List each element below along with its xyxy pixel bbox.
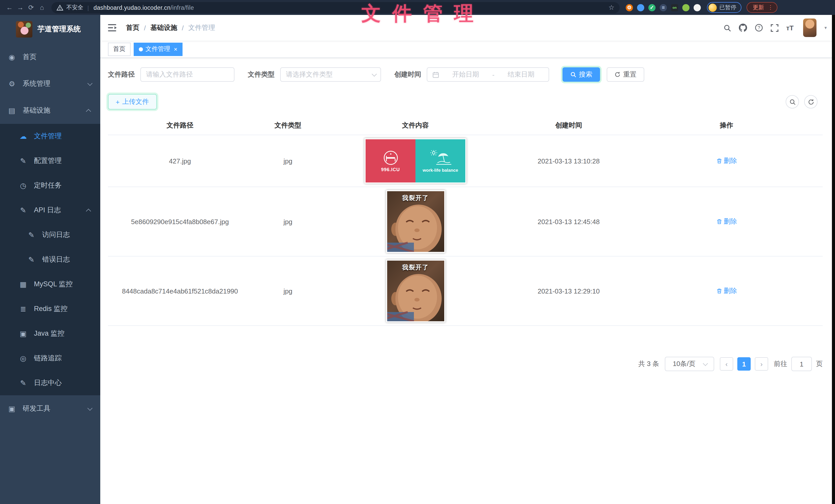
sidebar-item-java[interactable]: ▣Java 监控	[0, 321, 100, 346]
file-type-cell: jpg	[252, 287, 324, 295]
chevron-down-icon	[87, 81, 93, 86]
sidebar-item-access-log[interactable]: ✎访问日志	[0, 223, 100, 247]
sidebar-item-mysql[interactable]: ▦MySQL 监控	[0, 272, 100, 297]
tab-file-management[interactable]: 文件管理×	[134, 42, 183, 56]
sidebar-item-error-log[interactable]: ✎错误日志	[0, 247, 100, 272]
search-icon	[570, 71, 576, 78]
sidebar-item-redis[interactable]: ≣Redis 监控	[0, 297, 100, 321]
file-type-cell: jpg	[252, 157, 324, 165]
security-label[interactable]: 不安全	[66, 4, 83, 11]
help-icon[interactable]: ?	[755, 24, 763, 32]
file-path-input[interactable]: 请输入文件路径	[140, 67, 235, 82]
column-header: 文件内容	[324, 121, 507, 130]
beach-umbrella-icon	[429, 149, 452, 166]
reload-icon[interactable]: ⟳	[26, 0, 37, 15]
sidebar-item-label: Java 监控	[34, 329, 64, 338]
update-button[interactable]: 更新 ⋮	[747, 2, 777, 13]
extension-on-switch-icon[interactable]: on	[671, 4, 678, 11]
sidebar-item-log-center[interactable]: ✎日志中心	[0, 371, 100, 395]
column-header: 文件路径	[108, 121, 252, 130]
eye-icon: ◎	[19, 354, 28, 362]
reset-button[interactable]: 重置	[607, 67, 644, 82]
forward-icon[interactable]: →	[15, 0, 26, 15]
dashboard-icon: ◉	[7, 53, 17, 61]
extension-puzzle-icon[interactable]	[694, 4, 701, 11]
gear-icon: ⚙	[7, 80, 17, 88]
page-size-select[interactable]: 10条/页	[665, 357, 714, 371]
file-preview-baby-meme[interactable]: 我裂开了	[386, 190, 445, 253]
sidebar-item-job[interactable]: ◷定时任务	[0, 173, 100, 198]
goto-page-input[interactable]: 1	[791, 357, 812, 371]
delete-label: 删除	[724, 156, 737, 166]
file-type-select[interactable]: 请选择文件类型	[280, 67, 381, 82]
file-preview-996-banner[interactable]: 996.ICUwork-life balance	[365, 138, 466, 184]
chevron-down-icon	[87, 405, 93, 411]
search-icon	[789, 99, 796, 105]
caret-down-icon[interactable]: ▾	[824, 25, 827, 30]
tab-home[interactable]: 首页	[108, 42, 130, 56]
sidebar-item-config[interactable]: ✎配置管理	[0, 149, 100, 173]
prev-page-button[interactable]: ‹	[720, 357, 733, 371]
calendar-icon	[432, 71, 439, 78]
extension-columns-icon[interactable]: ≡	[660, 4, 667, 11]
plus-icon: +	[116, 98, 120, 106]
svg-text:?: ?	[758, 25, 760, 30]
home-icon[interactable]: ⌂	[37, 0, 47, 15]
sidebar-item-label: 定时任务	[34, 181, 62, 190]
refresh-table-button[interactable]	[804, 95, 817, 108]
chevron-up-icon	[86, 208, 91, 214]
extension-leaf-icon[interactable]	[682, 4, 690, 11]
bookmark-star-icon[interactable]: ☆	[609, 4, 614, 11]
delete-label: 删除	[724, 286, 737, 296]
file-path-cell: 427.jpg	[108, 157, 252, 165]
file-table: 文件路径文件类型文件内容创建时间操作 427.jpgjpg996.ICUwork…	[108, 115, 823, 326]
github-icon[interactable]	[739, 24, 747, 32]
fullscreen-icon[interactable]	[771, 24, 778, 31]
upload-file-button[interactable]: + 上传文件	[108, 94, 157, 109]
sidebar-logo-row[interactable]: 芋道管理系统	[0, 15, 100, 44]
breadcrumb-item[interactable]: 首页	[126, 23, 139, 33]
search-icon[interactable]	[724, 24, 731, 31]
file-path-cell: 5e8609290e915c4fa8b08e67.jpg	[108, 218, 252, 225]
extension-drop-icon[interactable]	[637, 4, 644, 11]
back-icon[interactable]: ←	[4, 0, 15, 15]
delete-button[interactable]: 删除	[716, 156, 737, 166]
file-preview-baby-meme[interactable]: 我裂开了	[386, 259, 445, 322]
sidebar-item-file[interactable]: ☁文件管理	[0, 124, 100, 149]
delete-button[interactable]: 删除	[716, 217, 737, 226]
hamburger-icon[interactable]	[108, 24, 117, 32]
extension-check-icon[interactable]: ✓	[648, 4, 655, 11]
user-avatar[interactable]	[803, 19, 817, 37]
sidebar-item-trace[interactable]: ◎链路追踪	[0, 346, 100, 371]
sidebar-item-dev-tools[interactable]: ▣研发工具	[0, 395, 100, 422]
sidebar-item-system[interactable]: ⚙系统管理	[0, 70, 100, 97]
meme-caption: 我裂开了	[387, 194, 444, 203]
address-separator: |	[87, 4, 89, 10]
created-time-cell: 2021-03-13 12:45:48	[507, 218, 630, 225]
screen: 文件管理 ←→⟳⌂ 不安全 | dashboard.yudao.iocoder.…	[0, 0, 835, 504]
sidebar-item-label: Redis 监控	[34, 304, 68, 314]
created-time-cell: 2021-03-13 13:10:28	[507, 157, 630, 165]
extension-gear-icon[interactable]: ⚙	[626, 4, 633, 11]
browser-menu-dots-icon[interactable]: ⋮	[768, 4, 773, 11]
address-bar[interactable]: 不安全 | dashboard.yudao.iocoder.cn/infra/f…	[52, 2, 619, 13]
file-content-cell: 我裂开了	[324, 190, 507, 253]
show-search-toggle-button[interactable]	[786, 95, 799, 108]
close-icon[interactable]: ×	[174, 46, 177, 52]
breadcrumb-item[interactable]: 基础设施	[150, 23, 177, 33]
sidebar-item-api-log[interactable]: ✎API 日志	[0, 198, 100, 223]
search-button[interactable]: 搜索	[563, 67, 600, 82]
url-text[interactable]: dashboard.yudao.iocoder.cn/infra/file	[94, 4, 194, 10]
chevron-down-icon	[702, 361, 708, 366]
page-1-button[interactable]: 1	[737, 357, 751, 371]
font-size-icon[interactable]: тT	[786, 24, 794, 31]
date-range-picker[interactable]: 开始日期 - 结束日期	[427, 67, 549, 82]
cloud-upload-icon: ☁	[19, 132, 28, 140]
table-row: 5e8609290e915c4fa8b08e67.jpgjpg我裂开了2021-…	[108, 187, 823, 256]
next-page-button[interactable]: ›	[755, 357, 768, 371]
profile-paused-badge[interactable]: 已暂停	[707, 2, 741, 13]
sidebar-item-home[interactable]: ◉首页	[0, 44, 100, 70]
delete-button[interactable]: 删除	[716, 286, 737, 296]
trash-icon	[716, 158, 722, 164]
sidebar-item-infra[interactable]: ▤基础设施	[0, 97, 100, 124]
